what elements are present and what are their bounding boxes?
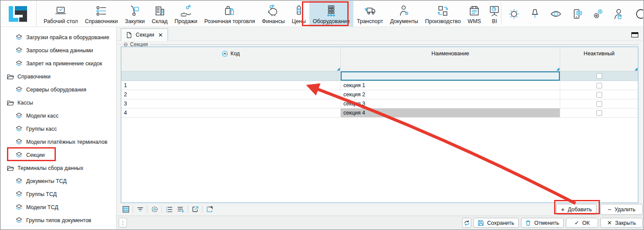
refresh-layout-button[interactable] [205,204,214,214]
toolbar-item-sales[interactable]: Продажи [171,1,201,27]
sidebar-item-equipment-servers[interactable]: Серверы оборудования [1,83,116,96]
new-row-code-cell[interactable] [121,71,341,81]
name-cell[interactable]: секция 1 [341,81,560,90]
sidebar-folder-cash-registers[interactable]: Кассы [1,96,116,109]
sidebar-item-terminal-models[interactable]: Модели платёжных терминалов [1,135,116,149]
sidebar-item-tsd-models[interactable]: Модели ТСД [1,201,116,214]
table-row[interactable]: 4 секция 4 [121,108,638,118]
delete-button[interactable]: − Удалить [600,204,643,215]
toolbar-item-documents[interactable]: Документы [387,1,421,27]
inactive-cell[interactable] [560,90,638,99]
settings-icon[interactable] [592,8,604,20]
column-label: Наименование [432,51,469,57]
code-cell[interactable]: 1 [121,81,341,90]
sidebar-item-exchange-requests[interactable]: Запросы обмена данными [1,44,116,57]
export-button[interactable] [190,204,200,214]
code-cell[interactable]: 3 [121,99,341,108]
inactive-checkbox[interactable] [596,92,602,98]
more-menu-button[interactable]: ⋮ [119,218,127,227]
code-cell[interactable]: 2 [121,90,341,99]
tab-close-icon[interactable]: ✕ [158,32,163,38]
table-row[interactable]: 3 секция 3 [121,99,638,108]
tab-label: Секции [136,32,154,38]
inactive-cell[interactable] [560,99,638,108]
column-header-name[interactable]: Наименование [341,47,560,71]
column-header-inactive[interactable]: Неактивный [560,47,638,71]
restore-window-icon[interactable] [631,32,638,37]
table-empty-area [121,118,638,203]
pin-icon[interactable] [529,8,541,20]
minus-icon: − [608,206,612,213]
cancel-button[interactable]: Отменить [521,218,564,228]
column-resize-handle[interactable] [337,68,340,71]
name-cell[interactable]: секция 2 [341,90,560,99]
column-resize-handle[interactable] [556,68,559,71]
documents-icon [397,4,411,17]
toolbar-item-transport[interactable]: Транспорт [353,1,387,27]
inactive-cell[interactable] [560,108,638,117]
sidebar-item-doc-type-groups[interactable]: Группы типов документов [1,214,116,227]
toolbar-item-warehouse[interactable]: Склад [148,1,171,27]
sidebar-item-tsd-documents[interactable]: Документы ТСД [1,175,116,188]
refresh-button[interactable] [462,218,471,228]
new-row-name-cell[interactable] [341,71,560,81]
grid-settings-button[interactable] [150,204,159,214]
toolbar-item-desktop[interactable]: Рабочий стол [40,1,81,27]
finance-icon [267,4,280,17]
column-header-code[interactable]: Код [121,47,341,71]
layers-icon [15,34,23,41]
toolbar-item-purchases[interactable]: Закупки [121,1,148,27]
table-row[interactable]: 1 секция 1 [121,81,638,90]
numbered-list-button[interactable]: 123 [164,204,174,214]
eye-icon[interactable] [550,8,562,20]
table-header-row: Код Наименование Неактивный [121,47,638,71]
sales-icon [179,4,192,17]
close-button[interactable]: ✕ Закрыть [600,218,643,228]
toolbar-item-equipment[interactable]: Оборудование [309,1,353,27]
inactive-checkbox[interactable] [596,110,602,116]
toolbar-item-label: Документы [390,18,418,24]
new-row-inactive-cell[interactable] [560,71,638,81]
top-toolbar: Рабочий стол Справочники Закупки [1,1,643,27]
sidebar-item-price-uploads[interactable]: Загрузки прайса в оборудование [1,31,116,44]
ok-button[interactable]: ✓ ОК [566,218,598,228]
inactive-cell[interactable] [560,81,638,90]
sidebar-item-label: Группы ТСД [26,191,57,197]
column-resize-handle[interactable] [634,68,637,71]
table-row[interactable]: 2 секция 2 [121,90,638,99]
name-cell[interactable]: секция 3 [341,99,560,108]
brightness-icon[interactable] [508,8,520,20]
session-refresh-icon[interactable] [634,8,643,20]
sidebar-item-cash-groups[interactable]: Группы касс [1,122,116,135]
sidebar-item-cash-models[interactable]: Модели касс [1,109,116,122]
add-list-button[interactable] [176,204,185,214]
inactive-checkbox[interactable] [596,73,602,79]
toolbar-item-references[interactable]: Справочники [81,1,121,27]
filter-button[interactable] [135,204,145,214]
inactive-checkbox[interactable] [596,101,602,107]
feedback-icon[interactable] [571,8,583,20]
sidebar-item-sections[interactable]: Секции [1,149,116,162]
code-cell[interactable]: 4 [121,108,341,117]
inactive-checkbox[interactable] [596,83,602,88]
sidebar-folder-data-terminals[interactable]: Терминалы сбора данных [1,162,116,175]
user-lock-icon[interactable] [613,8,625,20]
sidebar-item-tsd-groups[interactable]: Группы ТСД [1,188,116,201]
toolbar-item-bi[interactable]: BI [484,1,504,27]
toolbar-item-production[interactable]: Производство [421,1,464,27]
save-button[interactable]: Сохранить [473,218,519,228]
sidebar-item-discount-ban[interactable]: Запрет на применение скидок [1,57,116,70]
add-button[interactable]: + Добавить [556,204,596,215]
toolbar-item-label: Рабочий стол [44,18,78,24]
tab-sections[interactable]: Секции ✕ [121,28,168,41]
grid-layout-button[interactable] [121,204,130,214]
toolbar-item-finance[interactable]: Финансы [258,1,288,27]
name-cell-selected[interactable]: секция 4 [341,108,560,117]
sidebar-folder-references[interactable]: Справочники [1,70,116,83]
toolbar-item-retail[interactable]: Розничная торговля [201,1,258,27]
layers-icon [15,191,23,198]
toolbar-item-wms[interactable]: WMS [464,1,485,27]
name-editor-input[interactable] [341,71,560,81]
toolbar-item-prices[interactable]: $ Цены [288,1,309,27]
sidebar-item-label: Группы типов документов [26,217,91,223]
